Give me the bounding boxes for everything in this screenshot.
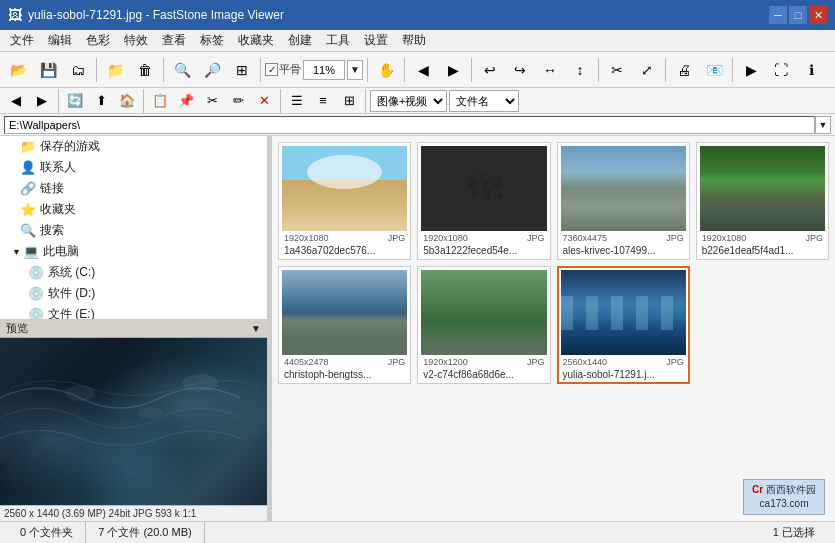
toolbar-new-folder[interactable]: 📁: [101, 56, 129, 84]
preview-svg: [0, 338, 267, 505]
nav-paste[interactable]: 📌: [174, 90, 198, 112]
tree-item-label: 收藏夹: [40, 201, 76, 218]
status-folders: 0 个文件夹: [8, 522, 86, 543]
toolbar-prev[interactable]: ◀: [409, 56, 437, 84]
thumb-type-1: JPG: [388, 233, 406, 243]
menu-tag[interactable]: 标签: [194, 30, 230, 51]
thumb-type-3: JPG: [666, 233, 684, 243]
nav-rename[interactable]: ✏: [226, 90, 250, 112]
nav-home[interactable]: 🏠: [115, 90, 139, 112]
window-title: yulia-sobol-71291.jpg - FastStone Image …: [28, 8, 284, 22]
tree-item-pc[interactable]: ▼ 💻 此电脑: [0, 241, 267, 262]
nav-forward[interactable]: ▶: [30, 90, 54, 112]
preview-info-text: 2560 x 1440 (3.69 MP) 24bit JPG 593 k 1:…: [4, 508, 196, 519]
preview-collapse[interactable]: ▼: [251, 323, 261, 334]
thumbnail-name-4: b226e1deaf5f4ad1...: [700, 245, 825, 256]
tree-item-saved-games[interactable]: 📁 保存的游戏: [0, 136, 267, 157]
toolbar-slideshow[interactable]: ▶: [737, 56, 765, 84]
toolbar-next[interactable]: ▶: [439, 56, 467, 84]
toolbar-print[interactable]: 🖨: [670, 56, 698, 84]
window-controls: ─ □ ✕: [769, 6, 827, 24]
menu-effects[interactable]: 特效: [118, 30, 154, 51]
nav-view-detail[interactable]: ≡: [311, 90, 335, 112]
thumbnail-meta-2: 1920x1080 JPG: [421, 233, 546, 243]
thumb-dims-3: 7360x4475: [563, 233, 608, 243]
nav-cut[interactable]: ✂: [200, 90, 224, 112]
nav-refresh[interactable]: 🔄: [63, 90, 87, 112]
zoom-input[interactable]: 11%: [303, 60, 345, 80]
toolbar-email[interactable]: 📧: [700, 56, 728, 84]
sort-select[interactable]: 文件名 日期 大小 类型: [449, 90, 519, 112]
thumbnail-meta-5: 4405x2478 JPG: [282, 357, 407, 367]
minimize-button[interactable]: ─: [769, 6, 787, 24]
menu-color[interactable]: 色彩: [80, 30, 116, 51]
thumb-dims-1: 1920x1080: [284, 233, 329, 243]
toolbar-resize[interactable]: ⤢: [633, 56, 661, 84]
tree-item-d-drive[interactable]: 💿 软件 (D:): [0, 283, 267, 304]
thumbnail-meta-6: 1920x1200 JPG: [421, 357, 546, 367]
nav-view-thumb[interactable]: ⊞: [337, 90, 361, 112]
toolbar-hand[interactable]: ✋: [372, 56, 400, 84]
toolbar-info[interactable]: ℹ: [797, 56, 825, 84]
menu-favorites[interactable]: 收藏夹: [232, 30, 280, 51]
address-dropdown[interactable]: ▼: [815, 116, 831, 134]
toolbar-rotate-left[interactable]: ↩: [476, 56, 504, 84]
thumbnail-5[interactable]: 4405x2478 JPG christoph-bengtss...: [278, 266, 411, 384]
zoom-dropdown[interactable]: ▼: [347, 60, 363, 80]
tree-item-c-drive[interactable]: 💿 系统 (C:): [0, 262, 267, 283]
toolbar-flip-h[interactable]: ↔: [536, 56, 564, 84]
smooth-checkbox[interactable]: ✓: [265, 63, 278, 76]
toolbar-thumbs[interactable]: 🗂: [64, 56, 92, 84]
toolbar-rotate-right[interactable]: ↪: [506, 56, 534, 84]
maximize-button[interactable]: □: [789, 6, 807, 24]
tree-item-favorites[interactable]: ⭐ 收藏夹: [0, 199, 267, 220]
menu-view[interactable]: 查看: [156, 30, 192, 51]
toolbar-open[interactable]: 📂: [4, 56, 32, 84]
toolbar-zoom-in[interactable]: 🔍: [168, 56, 196, 84]
toolbar-zoom-out[interactable]: 🔎: [198, 56, 226, 84]
toolbar-fit[interactable]: ⊞: [228, 56, 256, 84]
nav-back[interactable]: ◀: [4, 90, 28, 112]
tree-item-contacts[interactable]: 👤 联系人: [0, 157, 267, 178]
menu-file[interactable]: 文件: [4, 30, 40, 51]
thumb-type-2: JPG: [527, 233, 545, 243]
filter-select[interactable]: 图像+视频 图像 视频 所有文件: [370, 90, 447, 112]
nav-view-list[interactable]: ☰: [285, 90, 309, 112]
status-files-text: 7 个文件 (20.0 MB): [98, 525, 192, 540]
toolbar-fullscreen[interactable]: ⛶: [767, 56, 795, 84]
thumb-type-7: JPG: [666, 357, 684, 367]
address-input[interactable]: E:\Wallpapers\: [4, 116, 815, 134]
menu-edit[interactable]: 编辑: [42, 30, 78, 51]
thumbnail-4[interactable]: 1920x1080 JPG b226e1deaf5f4ad1...: [696, 142, 829, 260]
menu-settings[interactable]: 设置: [358, 30, 394, 51]
thumbnail-2[interactable]: 1920x1080 JPG 5b3a1222feced54e...: [417, 142, 550, 260]
toolbar-separator-7: [598, 58, 599, 82]
address-bar: E:\Wallpapers\ ▼: [0, 114, 835, 136]
statusbar: 0 个文件夹 7 个文件 (20.0 MB) 1 已选择: [0, 521, 835, 543]
expand-icon: ▼: [12, 247, 21, 257]
tree-item-e-drive[interactable]: 💿 文件 (E:): [0, 304, 267, 320]
thumbnail-image-4: [700, 146, 825, 231]
thumbnail-6[interactable]: 1920x1200 JPG v2-c74cf86a68d6e...: [417, 266, 550, 384]
toolbar-separator-3: [260, 58, 261, 82]
thumbnail-1[interactable]: 1920x1080 JPG 1a436a702dec576...: [278, 142, 411, 260]
tree-item-search[interactable]: 🔍 搜索: [0, 220, 267, 241]
toolbar-delete[interactable]: 🗑: [131, 56, 159, 84]
nav-toolbar: ◀ ▶ 🔄 ⬆ 🏠 📋 📌 ✂ ✏ ✕ ☰ ≡ ⊞ 图像+视频 图像 视频 所有…: [0, 88, 835, 114]
watermark-cr: Cr: [752, 484, 763, 495]
toolbar-flip-v[interactable]: ↕: [566, 56, 594, 84]
tree-item-links[interactable]: 🔗 链接: [0, 178, 267, 199]
drive-icon: 💿: [28, 265, 44, 280]
thumbnail-3[interactable]: 7360x4475 JPG ales-krivec-107499...: [557, 142, 690, 260]
menu-create[interactable]: 创建: [282, 30, 318, 51]
nav-up[interactable]: ⬆: [89, 90, 113, 112]
menu-help[interactable]: 帮助: [396, 30, 432, 51]
close-button[interactable]: ✕: [809, 6, 827, 24]
nav-copy[interactable]: 📋: [148, 90, 172, 112]
nav-delete[interactable]: ✕: [252, 90, 276, 112]
thumbnail-7[interactable]: 2560x1440 JPG yulia-sobol-71291.j...: [557, 266, 690, 384]
toolbar-crop[interactable]: ✂: [603, 56, 631, 84]
toolbar-save[interactable]: 💾: [34, 56, 62, 84]
menu-tools[interactable]: 工具: [320, 30, 356, 51]
thumbnail-meta-7: 2560x1440 JPG: [561, 357, 686, 367]
